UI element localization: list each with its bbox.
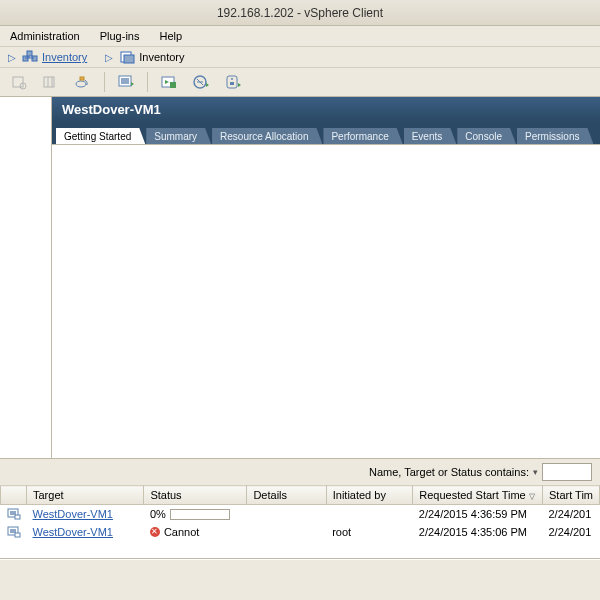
task-start-time: 2/24/201 — [542, 505, 599, 524]
task-table: Target Status Details Initiated by Reque… — [0, 485, 600, 541]
svg-rect-20 — [230, 82, 234, 85]
toolbar-btn-4[interactable] — [113, 71, 139, 93]
toolbar-btn-6[interactable] — [188, 71, 214, 93]
task-requested-start: 2/24/2015 4:35:06 PM — [413, 523, 543, 541]
task-target[interactable]: WestDover-VM1 — [33, 526, 113, 538]
window-titlebar: 192.168.1.202 - vSphere Client — [0, 0, 600, 26]
svg-rect-26 — [10, 529, 16, 533]
col-status[interactable]: Status — [144, 486, 247, 505]
col-start-time[interactable]: Start Tim — [542, 486, 599, 505]
content-pane: WestDover-VM1 Getting Started Summary Re… — [52, 97, 600, 458]
status-bar — [0, 559, 600, 581]
col-requested-start[interactable]: Requested Start Time ▽ — [413, 486, 543, 505]
task-requested-start: 2/24/2015 4:36:59 PM — [413, 505, 543, 524]
task-details — [247, 523, 326, 541]
svg-rect-11 — [121, 78, 129, 84]
tab-getting-started[interactable]: Getting Started — [56, 128, 145, 144]
table-spacer — [0, 541, 600, 559]
svg-marker-21 — [238, 83, 241, 87]
inventory-icon — [22, 50, 38, 64]
svg-rect-2 — [27, 51, 32, 56]
table-header-row: Target Status Details Initiated by Reque… — [1, 486, 600, 505]
main-area: WestDover-VM1 Getting Started Summary Re… — [0, 97, 600, 459]
sort-desc-icon: ▽ — [529, 492, 535, 501]
col-initiated-by[interactable]: Initiated by — [326, 486, 413, 505]
svg-marker-17 — [206, 83, 209, 87]
col-details[interactable]: Details — [247, 486, 326, 505]
svg-marker-12 — [131, 82, 134, 86]
svg-rect-5 — [13, 77, 23, 87]
menu-bar: Administration Plug-ins Help — [0, 26, 600, 47]
menu-plugins[interactable]: Plug-ins — [94, 28, 146, 44]
filter-row: Name, Target or Status contains: ▾ — [0, 459, 600, 485]
table-row[interactable]: WestDover-VM1 ✕Cannot root 2/24/2015 4:3… — [1, 523, 600, 541]
tab-events[interactable]: Events — [404, 128, 457, 144]
tree-pane[interactable] — [0, 97, 52, 458]
tab-summary[interactable]: Summary — [146, 128, 211, 144]
breadcrumb-inventory-1[interactable]: Inventory — [42, 51, 87, 63]
task-status: 0% — [150, 508, 241, 520]
tabs-row: Getting Started Summary Resource Allocat… — [52, 122, 600, 144]
svg-rect-27 — [15, 533, 20, 537]
svg-rect-24 — [15, 515, 20, 519]
toolbar-btn-2[interactable] — [38, 71, 64, 93]
toolbar-btn-1[interactable] — [6, 71, 32, 93]
tab-permissions[interactable]: Permissions — [517, 128, 593, 144]
tab-performance[interactable]: Performance — [323, 128, 402, 144]
vm-icon — [7, 508, 21, 520]
tab-content-area — [52, 144, 600, 458]
svg-rect-14 — [170, 82, 176, 88]
inventory-icon-2 — [119, 50, 135, 64]
svg-rect-23 — [10, 511, 16, 515]
vm-title: WestDover-VM1 — [52, 97, 600, 122]
tab-resource-allocation[interactable]: Resource Allocation — [212, 128, 322, 144]
col-target[interactable]: Target — [27, 486, 144, 505]
toolbar-divider — [104, 72, 105, 92]
task-status: ✕Cannot — [150, 526, 241, 538]
chevron-down-icon[interactable]: ▾ — [533, 467, 538, 477]
table-row[interactable]: WestDover-VM1 0% 2/24/2015 4:36:59 PM 2/… — [1, 505, 600, 524]
nav-arrow-icon: ▷ — [8, 52, 16, 63]
svg-rect-9 — [80, 77, 84, 80]
menu-help[interactable]: Help — [153, 28, 188, 44]
col-icon[interactable] — [1, 486, 27, 505]
toolbar-btn-3[interactable] — [70, 71, 96, 93]
task-details — [247, 505, 326, 524]
menu-administration[interactable]: Administration — [4, 28, 86, 44]
svg-point-19 — [231, 78, 233, 80]
nav-arrow-icon-2: ▷ — [105, 52, 113, 63]
tab-console[interactable]: Console — [457, 128, 516, 144]
task-initiated-by: root — [326, 523, 413, 541]
error-icon: ✕ — [150, 527, 160, 537]
progress-bar — [170, 509, 230, 520]
toolbar — [0, 68, 600, 97]
svg-point-8 — [76, 81, 86, 87]
vm-icon — [7, 526, 21, 538]
window-title: 192.168.1.202 - vSphere Client — [217, 6, 383, 20]
filter-label: Name, Target or Status contains: — [369, 466, 529, 478]
toolbar-divider-2 — [147, 72, 148, 92]
svg-rect-4 — [124, 55, 134, 63]
task-start-time: 2/24/201 — [542, 523, 599, 541]
task-initiated-by — [326, 505, 413, 524]
nav-bar: ▷ Inventory ▷ Inventory — [0, 47, 600, 68]
toolbar-btn-7[interactable] — [220, 71, 246, 93]
toolbar-btn-5[interactable] — [156, 71, 182, 93]
breadcrumb-inventory-2: Inventory — [139, 51, 184, 63]
filter-input[interactable] — [542, 463, 592, 481]
task-target[interactable]: WestDover-VM1 — [33, 508, 113, 520]
